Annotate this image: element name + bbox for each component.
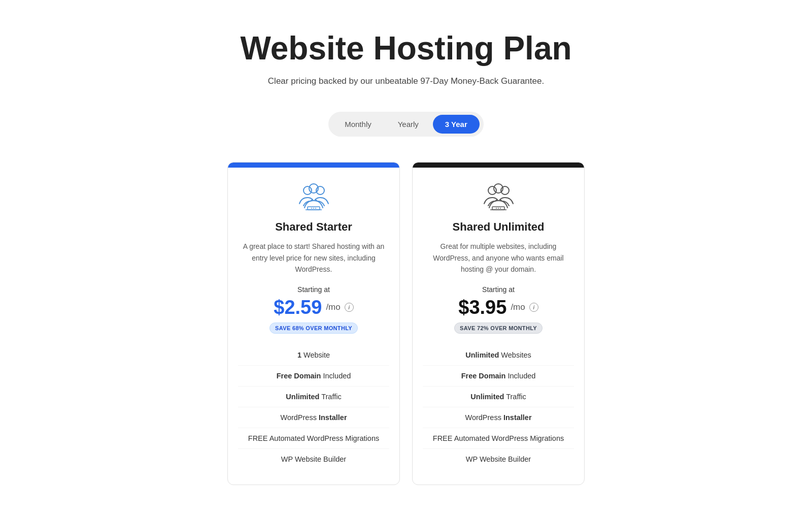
billing-toggle: Monthly Yearly 3 Year (328, 112, 484, 137)
unlimited-help-icon[interactable]: i (529, 303, 538, 312)
unlimited-price: $3.95 (458, 297, 506, 318)
svg-point-13 (496, 208, 497, 209)
starter-price: $2.59 (274, 297, 322, 318)
plan-card-starter: Shared Starter A great place to start! S… (227, 162, 400, 485)
starter-starting-at: Starting at (297, 285, 330, 294)
starter-period: /mo (326, 302, 340, 312)
feature-builder-unlimited: WP Website Builder (423, 449, 574, 469)
toggle-3year[interactable]: 3 Year (433, 115, 480, 134)
svg-point-5 (311, 208, 312, 209)
starter-help-icon[interactable]: i (345, 303, 354, 312)
feature-migrations-unlimited: FREE Automated WordPress Migrations (423, 428, 574, 449)
plan-card-unlimited: Shared Unlimited Great for multiple webs… (412, 162, 585, 485)
unlimited-icon (481, 182, 516, 212)
unlimited-description: Great for multiple websites, including W… (413, 241, 584, 275)
page-title: Website Hosting Plan (240, 30, 571, 66)
toggle-monthly[interactable]: Monthly (332, 115, 384, 134)
starter-description: A great place to start! Shared hosting w… (228, 241, 399, 275)
svg-point-14 (498, 208, 499, 209)
toggle-yearly[interactable]: Yearly (386, 115, 431, 134)
starter-features: 1 Website Free Domain Included Unlimited… (228, 345, 399, 469)
feature-builder: WP Website Builder (238, 449, 389, 469)
feature-wp-installer-unlimited: WordPress Installer (423, 407, 574, 428)
unlimited-save-badge: SAVE 72% OVER MONTHLY (454, 323, 543, 334)
feature-wp-installer: WordPress Installer (238, 407, 389, 428)
svg-point-7 (315, 208, 316, 209)
feature-traffic: Unlimited Traffic (238, 387, 389, 407)
starter-price-row: $2.59 /mo i (274, 297, 353, 318)
plans-container: Shared Starter A great place to start! S… (127, 162, 685, 485)
feature-migrations: FREE Automated WordPress Migrations (238, 428, 389, 449)
feature-domain: Free Domain Included (238, 366, 389, 387)
unlimited-starting-at: Starting at (482, 285, 515, 294)
svg-point-0 (303, 186, 312, 195)
svg-point-6 (313, 208, 314, 209)
unlimited-period: /mo (511, 302, 525, 312)
starter-plan-name: Shared Starter (275, 220, 352, 234)
feature-domain-unlimited: Free Domain Included (423, 366, 574, 387)
starter-save-badge: SAVE 68% OVER MONTHLY (269, 323, 358, 334)
feature-websites-unlimited: Unlimited Websites (423, 345, 574, 366)
starter-icon (296, 182, 331, 212)
page-subtitle: Clear pricing backed by our unbeatable 9… (268, 76, 544, 86)
unlimited-features: Unlimited Websites Free Domain Included … (413, 345, 584, 469)
svg-point-15 (500, 208, 501, 209)
feature-traffic-unlimited: Unlimited Traffic (423, 387, 574, 407)
unlimited-header-bar (413, 163, 584, 168)
feature-websites: 1 Website (238, 345, 389, 366)
unlimited-price-row: $3.95 /mo i (458, 297, 538, 318)
svg-point-8 (488, 186, 496, 195)
starter-header-bar (228, 163, 399, 168)
unlimited-plan-name: Shared Unlimited (453, 220, 545, 234)
